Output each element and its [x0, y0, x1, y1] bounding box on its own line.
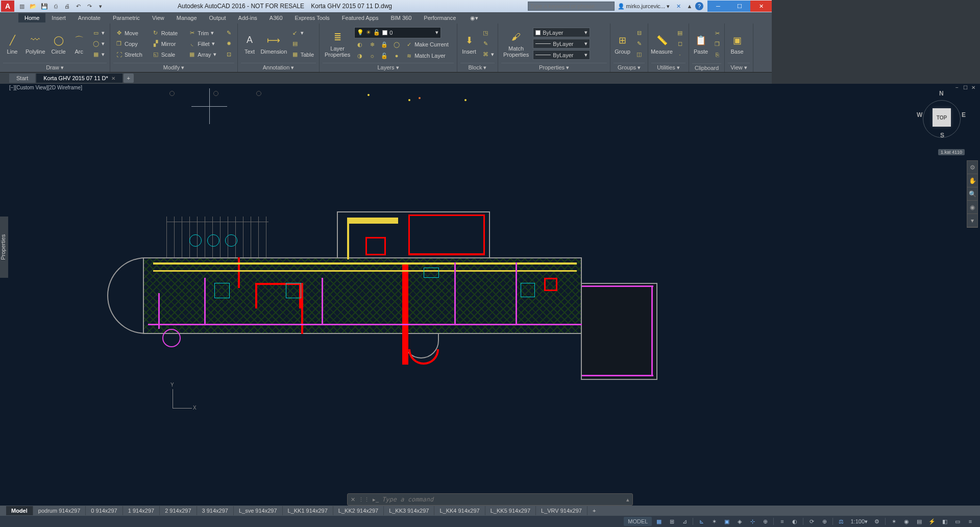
filetab-doc[interactable]: Korta GHV 2015 07 11 D*✕ — [36, 74, 122, 83]
scale-button[interactable]: ◱Scale — [150, 50, 185, 59]
tab-featured[interactable]: Featured Apps — [336, 13, 385, 22]
base-button[interactable]: ▣Base — [728, 32, 746, 56]
rotate-button[interactable]: ↻Rotate — [150, 28, 185, 38]
tab-parametric[interactable]: Parametric — [107, 13, 146, 22]
circle-button[interactable]: ◯Circle — [50, 32, 68, 56]
leader-button[interactable]: ↙▾ — [289, 28, 316, 38]
panel-modify-label[interactable]: Modify ▾ — [113, 63, 234, 72]
help-icon[interactable]: ? — [695, 2, 703, 10]
measure-button[interactable]: 📏Measure — [651, 32, 672, 56]
signin-user[interactable]: 👤 mirko.jurcevic...▾ — [618, 3, 670, 10]
panel-draw-label[interactable]: Draw ▾ — [3, 63, 107, 72]
layer-on-button[interactable]: ● — [391, 51, 402, 61]
move-button[interactable]: ✥Move — [113, 28, 148, 38]
tab-addins[interactable]: Add-ins — [232, 13, 263, 22]
search-input[interactable] — [528, 2, 615, 11]
copyclip-button[interactable]: ❐ — [712, 39, 723, 49]
autodesk360-icon[interactable]: ▲ — [684, 1, 695, 11]
tab-output[interactable]: Output — [203, 13, 232, 22]
panel-block-label[interactable]: Block ▾ — [460, 63, 495, 72]
add-tab-button[interactable]: + — [124, 74, 134, 83]
drawing-viewport[interactable]: [−][Custom View][2D Wireframe] Propertie… — [0, 84, 772, 415]
layer-unlock-button[interactable]: 🔓 — [379, 51, 390, 61]
minimize-button[interactable]: ─ — [707, 1, 729, 12]
copybase-button[interactable]: ⎘ — [712, 50, 723, 60]
color-dropdown[interactable]: ByLayer▾ — [533, 28, 590, 37]
layerprops-button[interactable]: ≣Layer Properties — [323, 29, 352, 59]
layer-thaw-button[interactable]: ☼ — [366, 51, 378, 61]
copy-button[interactable]: ❐Copy — [113, 39, 148, 49]
offset-button[interactable]: ⊡ — [223, 50, 234, 59]
tab-insert[interactable]: Insert — [45, 13, 72, 22]
arc-button[interactable]: ⌒Arc — [70, 32, 88, 56]
tab-bim360[interactable]: BIM 360 — [384, 13, 418, 22]
search-box[interactable] — [528, 2, 615, 11]
fillet-button[interactable]: ◟Fillet ▾ — [186, 39, 221, 49]
dimension-button[interactable]: ⟼Dimension — [260, 32, 287, 56]
viewport-label[interactable]: [−][Custom View][2D Wireframe] — [9, 85, 82, 90]
linetype-dropdown[interactable]: ByLayer▾ — [533, 50, 590, 60]
panel-clip-label[interactable]: Clipboard — [692, 63, 721, 72]
calc-button[interactable]: ▤ — [674, 28, 685, 38]
layer-uniso-button[interactable]: ◑ — [354, 51, 365, 61]
table-button[interactable]: ▦Table — [289, 50, 316, 59]
array-button[interactable]: ▦Array ▾ — [186, 50, 221, 59]
saveas-icon[interactable]: ⎙ — [50, 1, 61, 11]
panel-util-label[interactable]: Utilities ▾ — [651, 63, 685, 72]
maximize-button[interactable]: ☐ — [729, 1, 750, 12]
edit-block-button[interactable]: ✎ — [480, 39, 496, 49]
mirror-button[interactable]: ▞Mirror — [150, 39, 185, 49]
filetab-start[interactable]: Start — [9, 74, 35, 83]
ellipse-button[interactable]: ◯▾ — [90, 39, 107, 49]
explode-button[interactable]: ✸ — [223, 39, 234, 49]
point-button[interactable]: · — [674, 50, 685, 59]
line-button[interactable]: ╱Line — [3, 32, 21, 56]
trim-button[interactable]: ✂Trim ▾ — [186, 28, 221, 38]
save-icon[interactable]: 💾 — [39, 1, 50, 11]
hatch-button[interactable]: ▦▾ — [90, 50, 107, 59]
plot-icon[interactable]: 🖨 — [61, 1, 72, 11]
panel-groups-label[interactable]: Groups ▾ — [614, 63, 645, 72]
erase-button[interactable]: ✎ — [223, 28, 234, 38]
close-button[interactable]: ✕ — [750, 1, 772, 12]
create-block-button[interactable]: ◳ — [480, 28, 496, 38]
ribbon-collapse-icon[interactable]: ◉▾ — [464, 13, 484, 23]
panel-props-label[interactable]: Properties ▾ — [501, 63, 607, 72]
layer-dropdown[interactable]: 💡 ☀ 🔓 0 ▾ — [354, 27, 441, 38]
polyline-button[interactable]: 〰Polyline — [23, 32, 47, 56]
paste-button[interactable]: 📋Paste — [692, 32, 709, 56]
tab-manage[interactable]: Manage — [170, 13, 203, 22]
layer-lock-button[interactable]: 🔒 — [379, 40, 390, 50]
ann2-button[interactable]: ▤ — [289, 39, 316, 49]
layer-iso-button[interactable]: ◐ — [354, 40, 365, 50]
exchange-icon[interactable]: ✕ — [673, 1, 684, 11]
ungroup-button[interactable]: ⊟ — [633, 28, 645, 38]
tab-performance[interactable]: Performance — [418, 13, 462, 22]
makecurrent-button[interactable]: ✓Make Current — [403, 40, 451, 50]
tab-express[interactable]: Express Tools — [289, 13, 336, 22]
group-button[interactable]: ⊞Group — [614, 32, 631, 56]
selall-button[interactable]: ◻ — [674, 39, 685, 49]
app-logo[interactable]: A — [1, 1, 14, 12]
open-icon[interactable]: 📂 — [28, 1, 39, 11]
tab-view[interactable]: View — [146, 13, 170, 22]
matchlayer-button[interactable]: ≋Match Layer — [403, 51, 448, 61]
text-button[interactable]: AText — [241, 32, 258, 56]
matchprops-button[interactable]: 🖌Match Properties — [501, 29, 531, 59]
panel-view-label[interactable]: View ▾ — [728, 63, 750, 72]
tab-a360[interactable]: A360 — [263, 13, 289, 22]
cut-button[interactable]: ✂ — [712, 29, 723, 38]
layer-freeze-button[interactable]: ❄ — [366, 40, 378, 50]
properties-palette-tab[interactable]: Properties — [0, 217, 8, 278]
new-icon[interactable]: ▥ — [16, 1, 28, 11]
stretch-button[interactable]: ⛶Stretch — [113, 50, 148, 59]
qat-more-icon[interactable]: ▾ — [95, 1, 106, 11]
tab-home[interactable]: Home — [18, 13, 45, 22]
panel-annot-label[interactable]: Annotation ▾ — [241, 63, 316, 72]
close-tab-icon[interactable]: ✕ — [111, 76, 115, 81]
undo-icon[interactable]: ↶ — [72, 1, 84, 11]
layer-off-button[interactable]: ◯ — [391, 40, 402, 50]
redo-icon[interactable]: ↷ — [84, 1, 95, 11]
rect-button[interactable]: ▭▾ — [90, 28, 107, 38]
groupedit-button[interactable]: ✎ — [633, 39, 645, 49]
